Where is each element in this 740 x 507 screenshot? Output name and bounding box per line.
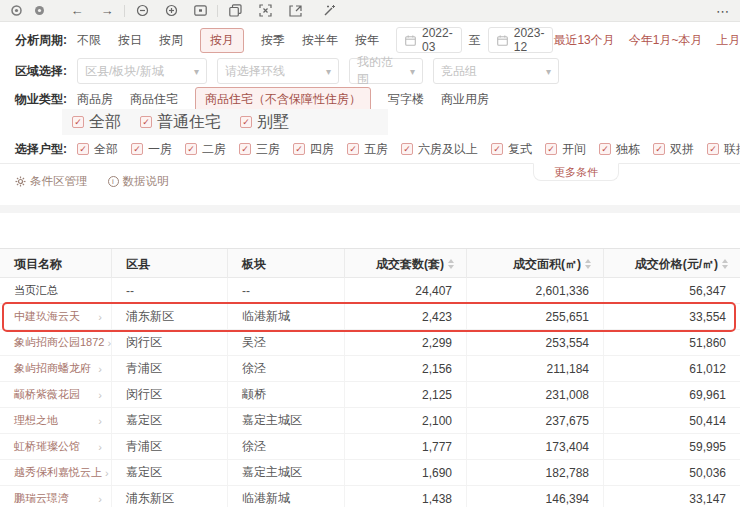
property-option[interactable]: 写字楼	[388, 91, 424, 108]
table-header-row: 项目名称区县板块成交套数(套)成交面积(㎡)成交价格(元/㎡)	[0, 248, 740, 278]
sort-icon[interactable]	[585, 259, 591, 269]
checkbox-icon: ✓	[240, 116, 252, 128]
sub-option-checkbox[interactable]: ✓别墅	[240, 112, 289, 133]
house-type-checkbox[interactable]: ✓六房及以上	[401, 141, 478, 158]
house-type-checkbox[interactable]: ✓四房	[293, 141, 334, 158]
date-to-input[interactable]: 2023-12	[488, 27, 554, 53]
sort-icon[interactable]	[722, 259, 728, 269]
data-note-button[interactable]: i 数据说明	[108, 174, 169, 189]
screenshot-toolbar: ← → ⋯	[0, 0, 740, 22]
more-conditions-tab[interactable]: 更多条件	[533, 163, 619, 181]
column-header[interactable]: 成交套数(套)	[345, 249, 467, 279]
house-type-checkbox-label: 独栋	[616, 141, 640, 158]
quick-link[interactable]: 最近13个月	[553, 32, 614, 49]
period-label: 分析周期:	[15, 32, 77, 49]
period-option-按季[interactable]: 按季	[261, 32, 285, 49]
checkbox-icon: ✓	[653, 143, 665, 155]
period-option-按日[interactable]: 按日	[118, 32, 142, 49]
dot-icon[interactable]	[31, 3, 47, 19]
period-option-不限[interactable]: 不限	[77, 32, 101, 49]
project-name-link[interactable]: 象屿招商蟠龙府	[14, 361, 91, 376]
period-option-按月[interactable]: 按月	[200, 28, 244, 53]
magic-wand-icon[interactable]	[321, 3, 337, 19]
open-window-icon[interactable]	[287, 3, 303, 19]
price-cell: 59,995	[604, 434, 740, 459]
more-menu-button[interactable]: ⋯	[716, 0, 730, 22]
section-divider-band	[0, 205, 740, 213]
property-option[interactable]: 商品房	[77, 91, 113, 108]
house-type-checkbox-label: 联排	[724, 141, 740, 158]
units-cell: 2,299	[345, 330, 467, 355]
house-type-checkbox[interactable]: ✓全部	[77, 141, 118, 158]
period-option-按周[interactable]: 按周	[159, 32, 183, 49]
project-name-link[interactable]: 中建玖海云天	[14, 309, 80, 324]
sub-option-checkbox[interactable]: ✓全部	[72, 112, 121, 133]
project-name-link[interactable]: 理想之地	[14, 413, 58, 428]
property-option[interactable]: 商品住宅	[130, 91, 178, 108]
house-type-checkbox-label: 双拼	[670, 141, 694, 158]
fit-view-icon[interactable]	[192, 3, 208, 19]
date-from-input[interactable]: 2022-03	[396, 27, 462, 53]
property-option[interactable]: 商品住宅（不含保障性住房）	[195, 87, 371, 112]
property-options: 商品房商品住宅商品住宅（不含保障性住房）写字楼商业用房	[77, 87, 506, 112]
sub-option-checkbox[interactable]: ✓普通住宅	[140, 112, 221, 133]
region-dropdown[interactable]: 区县/板块/新城▾	[77, 58, 207, 84]
info-icon: i	[108, 176, 119, 187]
checkbox-icon: ✓	[293, 143, 305, 155]
house-type-checkbox[interactable]: ✓独栋	[599, 141, 640, 158]
region-dropdown[interactable]: 竞品组▾	[433, 58, 559, 84]
checkbox-icon: ✓	[72, 116, 84, 128]
house-type-checkbox[interactable]: ✓联排	[707, 141, 740, 158]
quick-link[interactable]: 上月	[716, 32, 740, 49]
house-type-checkbox[interactable]: ✓复式	[491, 141, 532, 158]
condition-manage-button[interactable]: 条件区管理	[15, 174, 88, 189]
house-type-checkbox[interactable]: ✓一房	[131, 141, 172, 158]
column-header[interactable]: 成交面积(㎡)	[467, 249, 604, 279]
units-cell: 1,777	[345, 434, 467, 459]
period-option-按半年[interactable]: 按半年	[302, 32, 338, 49]
area-cell: 211,184	[467, 356, 604, 381]
windows-icon[interactable]	[227, 3, 243, 19]
capture-icon[interactable]	[257, 3, 273, 19]
house-type-checkbox-label: 开间	[562, 141, 586, 158]
project-name-link[interactable]: 鹏瑞云璟湾	[14, 491, 69, 506]
sort-desc-icon	[448, 265, 454, 269]
region-dropdown[interactable]: 请选择环线▾	[217, 58, 339, 84]
project-name-link[interactable]: 颛桥紫薇花园	[14, 387, 80, 402]
zoom-out-icon[interactable]	[134, 3, 150, 19]
district-cell: 闵行区	[112, 330, 228, 355]
district-cell: 闵行区	[112, 382, 228, 407]
dot-icon[interactable]	[8, 3, 24, 19]
table-row: 象屿招商公园1872›闵行区吴泾2,299253,55451,860	[0, 330, 740, 356]
chevron-down-icon: ▾	[326, 66, 331, 77]
column-header-label: 成交套数(套)	[376, 256, 444, 273]
project-name-link[interactable]: 虹桥璀璨公馆	[14, 439, 80, 454]
house-type-checkbox-label: 六房及以上	[418, 141, 478, 158]
project-name-cell: 理想之地›	[0, 408, 112, 433]
property-option[interactable]: 商业用房	[441, 91, 489, 108]
house-type-checkbox[interactable]: ✓双拼	[653, 141, 694, 158]
project-name-link[interactable]: 象屿招商公园1872	[14, 335, 104, 350]
sort-desc-icon	[722, 265, 728, 269]
arrow-left-icon[interactable]: ←	[69, 3, 85, 19]
period-option-按年[interactable]: 按年	[355, 32, 379, 49]
project-name-cell: 象屿招商蟠龙府›	[0, 356, 112, 381]
project-name-link[interactable]: 越秀保利嘉悦云上	[14, 465, 102, 480]
house-type-checkbox[interactable]: ✓三房	[239, 141, 280, 158]
house-type-checkbox[interactable]: ✓五房	[347, 141, 388, 158]
house-type-checkbox[interactable]: ✓开间	[545, 141, 586, 158]
quick-link[interactable]: 今年1月~本月	[629, 32, 703, 49]
region-dropdowns: 区县/板块/新城▾请选择环线▾我的范围▾竞品组▾	[77, 58, 569, 84]
sort-icon[interactable]	[448, 259, 454, 269]
chevron-down-icon: ▾	[194, 66, 199, 77]
house-type-options: ✓全部✓一房✓二房✓三房✓四房✓五房✓六房及以上✓复式✓开间✓独栋✓双拼✓联排✓…	[77, 141, 740, 158]
area-cell: 182,788	[467, 460, 604, 485]
arrow-right-icon[interactable]: →	[99, 3, 115, 19]
results-table: 项目名称区县板块成交套数(套)成交面积(㎡)成交价格(元/㎡) 当页汇总----…	[0, 248, 740, 507]
house-type-checkbox[interactable]: ✓二房	[185, 141, 226, 158]
chevron-right-icon: ›	[98, 363, 102, 375]
zoom-in-icon[interactable]	[163, 3, 179, 19]
chevron-right-icon: ›	[98, 441, 102, 453]
region-dropdown[interactable]: 我的范围▾	[349, 58, 423, 84]
column-header[interactable]: 成交价格(元/㎡)	[604, 249, 740, 279]
